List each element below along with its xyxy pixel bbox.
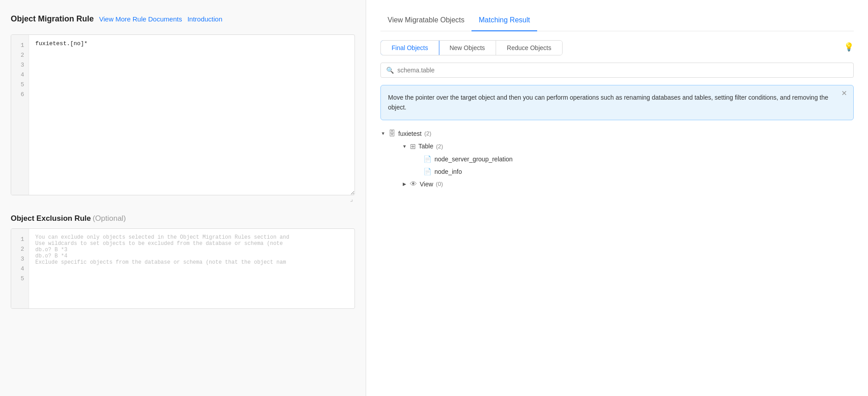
search-input[interactable]: [397, 67, 848, 74]
resize-handle[interactable]: ⌟: [11, 195, 355, 203]
right-panel: View Migratable Objects Matching Result …: [366, 0, 868, 396]
info-box-close[interactable]: ✕: [841, 90, 847, 97]
excl-line-num-4: 4: [11, 264, 29, 274]
tree-table-children: 📄 node_server_group_relation 📄 node_info: [405, 153, 854, 178]
line-num-2: 2: [11, 50, 29, 60]
exclusion-rule-editor[interactable]: 1 2 3 4 5 You can exclude only objects s…: [11, 228, 355, 309]
excl-line-num-1: 1: [11, 234, 29, 244]
sub-tab-group: Final Objects New Objects Reduce Objects: [380, 40, 563, 55]
search-box[interactable]: 🔍: [380, 63, 854, 78]
tree-count-view: (0): [436, 181, 443, 187]
migration-rule-title: Object Migration Rule: [11, 14, 94, 24]
line-numbers: 1 2 3 4 5 6: [11, 35, 29, 195]
tree-label-view: View: [420, 181, 433, 188]
tree-children-fuxietest: ▼ ⊞ Table (2) 📄 node_server_group_relati…: [393, 140, 854, 190]
migration-rule-editor[interactable]: 1 2 3 4 5 6 fuxietest.[no]*: [11, 34, 355, 195]
table-icon: ⊞: [410, 142, 416, 151]
tab-view-migratable[interactable]: View Migratable Objects: [380, 13, 472, 31]
tree-leaf-label-2: node_info: [434, 168, 462, 175]
exclusion-line-numbers: 1 2 3 4 5: [11, 229, 29, 308]
table-leaf-icon-2: 📄: [423, 168, 432, 176]
exclusion-rule-section: Object Exclusion Rule (Optional) 1 2 3 4…: [11, 214, 355, 309]
search-icon: 🔍: [386, 67, 394, 74]
exclusion-optional: (Optional): [92, 214, 126, 223]
bulb-icon[interactable]: 💡: [844, 42, 854, 52]
tree-label-fuxietest: fuxietest: [398, 130, 421, 137]
left-panel: Object Migration Rule View More Rule Doc…: [0, 0, 366, 396]
tree-label-table: Table: [418, 143, 433, 150]
exclusion-rule-title: Object Exclusion Rule: [11, 214, 91, 223]
line-num-1: 1: [11, 40, 29, 50]
line-num-4: 4: [11, 70, 29, 80]
tree-count-fuxietest: (2): [424, 130, 431, 137]
left-header: Object Migration Rule View More Rule Doc…: [11, 14, 355, 24]
introduction-link[interactable]: Introduction: [188, 15, 222, 23]
migration-rule-code[interactable]: fuxietest.[no]*: [29, 35, 355, 195]
sub-tab-new-objects[interactable]: New Objects: [439, 41, 496, 55]
view-docs-link[interactable]: View More Rule Documents: [99, 15, 182, 23]
tree-leaf-label-1: node_server_group_relation: [434, 156, 513, 163]
tree-item-fuxietest[interactable]: ▼ 🗄 fuxietest (2): [380, 127, 854, 140]
tree-count-table: (2): [436, 143, 443, 150]
tree-container: ▼ 🗄 fuxietest (2) ▼ ⊞ Table (2) 📄 node_s…: [380, 127, 854, 383]
info-box: Move the pointer over the target object …: [380, 85, 854, 120]
sub-tab-row: Final Objects New Objects Reduce Objects…: [380, 38, 854, 55]
info-message: Move the pointer over the target object …: [388, 94, 828, 111]
tree-item-table[interactable]: ▼ ⊞ Table (2): [402, 140, 854, 153]
tree-leaf-node-info[interactable]: 📄 node_info: [423, 165, 854, 178]
exclusion-rule-placeholder[interactable]: You can exclude only objects selected in…: [29, 229, 355, 308]
excl-line-num-2: 2: [11, 244, 29, 254]
tree-leaf-node-server-group-relation[interactable]: 📄 node_server_group_relation: [423, 153, 854, 165]
sub-tab-reduce-objects[interactable]: Reduce Objects: [496, 41, 562, 55]
tab-matching-result[interactable]: Matching Result: [472, 13, 537, 31]
sub-tab-final-objects[interactable]: Final Objects: [380, 40, 439, 55]
tree-arrow-table[interactable]: ▼: [402, 144, 407, 149]
right-tab-bar: View Migratable Objects Matching Result: [380, 13, 854, 31]
view-icon: 👁: [410, 180, 417, 188]
excl-line-num-5: 5: [11, 274, 29, 283]
line-num-6: 6: [11, 89, 29, 99]
line-num-5: 5: [11, 80, 29, 89]
line-num-3: 3: [11, 60, 29, 70]
tree-item-view[interactable]: ▶ 👁 View (0): [402, 178, 854, 190]
excl-line-num-3: 3: [11, 254, 29, 264]
database-icon: 🗄: [388, 130, 396, 138]
tree-arrow-view[interactable]: ▶: [402, 181, 407, 186]
tree-arrow-fuxietest[interactable]: ▼: [380, 131, 386, 136]
table-leaf-icon-1: 📄: [423, 155, 432, 163]
